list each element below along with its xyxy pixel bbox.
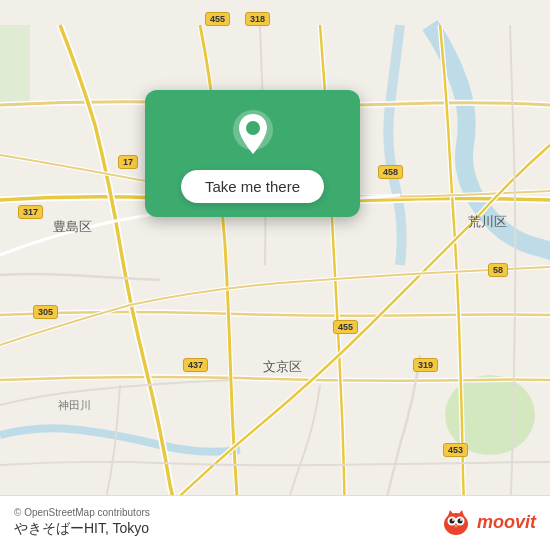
road-badge-455-top: 455 bbox=[205, 12, 230, 26]
road-badge-58: 58 bbox=[488, 263, 508, 277]
district-toshima: 豊島区 bbox=[53, 218, 92, 236]
svg-point-9 bbox=[457, 519, 462, 524]
district-bunkyo: 文京区 bbox=[263, 358, 302, 376]
location-card: Take me there bbox=[145, 90, 360, 217]
moovit-brand-text: moovit bbox=[477, 512, 536, 533]
attribution-text: © OpenStreetMap contributors bbox=[14, 507, 150, 518]
district-arakawa: 荒川区 bbox=[468, 213, 507, 231]
road-badge-437: 437 bbox=[183, 358, 208, 372]
bottom-left-info: © OpenStreetMap contributors やきそばーHIT, T… bbox=[14, 507, 150, 538]
svg-point-4 bbox=[246, 121, 260, 135]
svg-rect-2 bbox=[0, 25, 30, 105]
map-roads bbox=[0, 0, 550, 550]
location-pin-icon bbox=[227, 108, 279, 160]
road-badge-317: 317 bbox=[18, 205, 43, 219]
bottom-bar: © OpenStreetMap contributors やきそばーHIT, T… bbox=[0, 495, 550, 550]
take-me-there-button[interactable]: Take me there bbox=[181, 170, 324, 203]
moovit-logo: moovit bbox=[440, 506, 536, 538]
map-container: 455 318 17 17 317 458 455 437 305 319 58… bbox=[0, 0, 550, 550]
svg-point-10 bbox=[452, 519, 454, 521]
road-badge-458: 458 bbox=[378, 165, 403, 179]
moovit-owl-icon bbox=[440, 506, 472, 538]
road-badge-455-mid: 455 bbox=[333, 320, 358, 334]
place-name: やきそばーHIT, Tokyo bbox=[14, 520, 150, 538]
road-badge-305: 305 bbox=[33, 305, 58, 319]
svg-point-5 bbox=[444, 513, 468, 535]
road-badge-319: 319 bbox=[413, 358, 438, 372]
road-badge-453: 453 bbox=[443, 443, 468, 457]
svg-point-11 bbox=[460, 519, 462, 521]
road-badge-318: 318 bbox=[245, 12, 270, 26]
river-kanda: 神田川 bbox=[58, 398, 91, 413]
road-badge-17-left: 17 bbox=[118, 155, 138, 169]
svg-point-8 bbox=[449, 519, 454, 524]
